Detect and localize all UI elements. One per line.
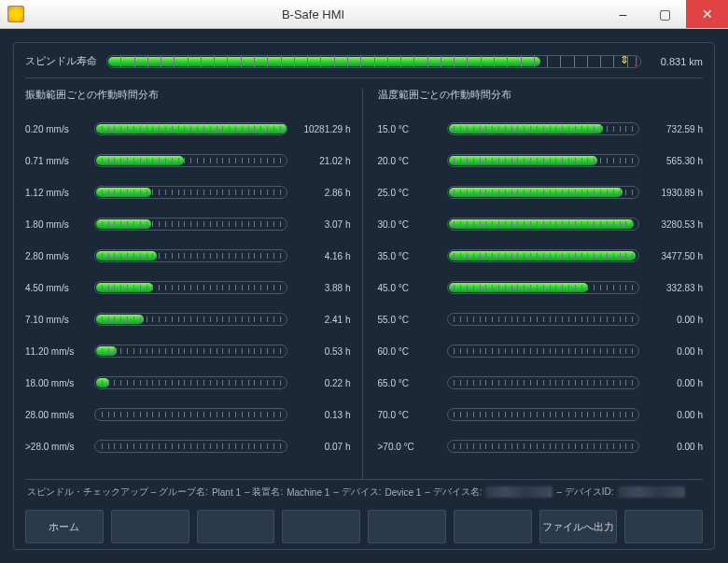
spindle-limit-icon: ]	[635, 55, 637, 66]
vibration-bar	[94, 345, 287, 358]
vibration-row: 11.20 mm/s0.53 h	[25, 335, 351, 367]
vibration-bar	[94, 313, 287, 326]
vibration-label: 0.71 mm/s	[25, 156, 87, 166]
sb-machine: Machine 1	[287, 487, 329, 498]
temperature-bar	[447, 281, 640, 294]
temperature-row: 65.0 °C0.00 h	[378, 367, 704, 399]
vibration-label: >28.0 mm/s	[25, 442, 87, 452]
vibration-row: 4.50 mm/s3.88 h	[25, 272, 351, 303]
vibration-row: 7.10 mm/s2.41 h	[25, 303, 351, 335]
spindle-life-row: スピンドル寿命 ⇕ ] 0.831 km	[25, 52, 703, 77]
client-area: スピンドル寿命 ⇕ ] 0.831 km 振動範囲ごとの作動時間分布 0.20 …	[0, 29, 728, 563]
vibration-row: 1.12 mm/s2.86 h	[25, 176, 351, 208]
temperature-row: >70.0 °C0.00 h	[378, 430, 704, 462]
vibration-value: 10281.29 h	[295, 124, 351, 134]
vibration-value: 0.53 h	[295, 346, 351, 357]
vibration-row: 2.80 mm/s4.16 h	[25, 240, 351, 272]
temperature-row: 30.0 °C3280.53 h	[378, 208, 704, 240]
vibration-value: 3.88 h	[295, 283, 351, 293]
vibration-label: 1.80 mm/s	[25, 219, 87, 230]
temperature-label: 35.0 °C	[378, 251, 440, 261]
temperature-label: >70.0 °C	[378, 442, 440, 452]
spindle-marker-icon: ⇕	[620, 55, 629, 66]
maximize-button[interactable]: ▢	[644, 0, 686, 28]
temperature-value: 3280.53 h	[647, 219, 703, 230]
vibration-bar	[94, 376, 287, 389]
temperature-bar	[447, 408, 640, 421]
vibration-value: 0.13 h	[295, 410, 351, 420]
temperature-value: 3477.50 h	[647, 251, 703, 261]
titlebar: B-Safe HMI – ▢ ✕	[0, 0, 728, 29]
vibration-bar	[94, 440, 287, 453]
temperature-value: 0.00 h	[647, 315, 703, 325]
temperature-bar	[447, 122, 640, 135]
sb-devname-blurred	[485, 486, 553, 498]
footer-button-2[interactable]	[111, 510, 189, 543]
temperature-label: 20.0 °C	[378, 156, 440, 166]
footer-button-8[interactable]	[624, 510, 703, 543]
temperature-label: 25.0 °C	[378, 188, 440, 198]
temperature-bar	[447, 345, 640, 358]
vibration-value: 0.22 h	[295, 378, 351, 388]
app-icon	[7, 6, 24, 22]
main-panel: スピンドル寿命 ⇕ ] 0.831 km 振動範囲ごとの作動時間分布 0.20 …	[13, 42, 715, 550]
sb-device-label: – デバイス:	[333, 486, 381, 499]
temperature-bar	[447, 249, 640, 262]
status-bar: スピンドル・チェックアップ – グループ名: Plant 1 – 装置名: Ma…	[25, 479, 703, 504]
temperature-label: 15.0 °C	[378, 124, 440, 134]
temperature-row: 60.0 °C0.00 h	[378, 335, 704, 367]
vibration-label: 18.00 mm/s	[25, 378, 87, 388]
footer-button-3[interactable]	[197, 510, 275, 543]
minimize-button[interactable]: –	[602, 0, 644, 28]
footer-button-4[interactable]	[282, 510, 360, 543]
temperature-label: 60.0 °C	[378, 346, 440, 357]
vibration-bar	[94, 186, 287, 199]
temperature-column: 温度範囲ごとの作動時間分布 15.0 °C732.59 h20.0 °C565.…	[378, 88, 704, 479]
temperature-value: 0.00 h	[647, 410, 703, 420]
temperature-label: 55.0 °C	[378, 315, 440, 325]
footer-button-6[interactable]	[454, 510, 532, 543]
spindle-life-label: スピンドル寿命	[25, 54, 97, 68]
vibration-label: 28.00 mm/s	[25, 410, 87, 420]
export-button-label: ファイルへ出力	[542, 520, 614, 534]
temperature-value: 732.59 h	[647, 124, 703, 134]
window-title: B-Safe HMI	[24, 7, 602, 21]
home-button[interactable]: ホーム	[25, 510, 104, 543]
vibration-label: 1.12 mm/s	[25, 188, 87, 198]
vibration-bar	[94, 154, 287, 167]
sb-machine-label: – 装置名:	[245, 486, 283, 499]
temperature-row: 35.0 °C3477.50 h	[378, 240, 704, 272]
sb-devid-label: – デバイスID:	[556, 486, 613, 499]
footer-button-5[interactable]	[368, 510, 446, 543]
temperature-bar	[447, 154, 640, 167]
window: B-Safe HMI – ▢ ✕ スピンドル寿命 ⇕ ] 0.831 km 振動…	[0, 0, 728, 563]
vibration-value: 21.02 h	[295, 156, 351, 166]
sb-devid-blurred	[618, 486, 685, 498]
vibration-value: 0.07 h	[295, 442, 351, 452]
temperature-label: 30.0 °C	[378, 219, 440, 230]
close-button[interactable]: ✕	[686, 0, 728, 28]
temperature-row: 20.0 °C565.30 h	[378, 145, 704, 176]
vibration-bar	[94, 249, 287, 262]
vibration-label: 0.20 mm/s	[25, 124, 87, 134]
temperature-value: 0.00 h	[647, 442, 703, 452]
temperature-title: 温度範囲ごとの作動時間分布	[378, 88, 704, 102]
temperature-row: 25.0 °C1930.89 h	[378, 176, 704, 208]
vibration-label: 4.50 mm/s	[25, 283, 87, 293]
temperature-row: 55.0 °C0.00 h	[378, 303, 704, 335]
temperature-value: 1930.89 h	[647, 188, 703, 198]
vibration-bar	[94, 281, 287, 294]
vibration-label: 7.10 mm/s	[25, 315, 87, 325]
export-button[interactable]: ファイルへ出力	[539, 510, 618, 543]
temperature-bar	[447, 218, 640, 231]
temperature-value: 565.30 h	[647, 156, 703, 166]
vibration-row: 0.71 mm/s21.02 h	[25, 145, 351, 176]
vibration-row: 1.80 mm/s3.07 h	[25, 208, 351, 240]
home-button-label: ホーム	[49, 520, 79, 534]
temperature-bar	[447, 313, 640, 326]
vibration-value: 3.07 h	[295, 219, 351, 230]
vibration-value: 2.41 h	[295, 315, 351, 325]
footer-buttons: ホーム ファイルへ出力	[25, 510, 703, 543]
temperature-row: 15.0 °C732.59 h	[378, 113, 704, 145]
temperature-bar	[447, 440, 640, 453]
